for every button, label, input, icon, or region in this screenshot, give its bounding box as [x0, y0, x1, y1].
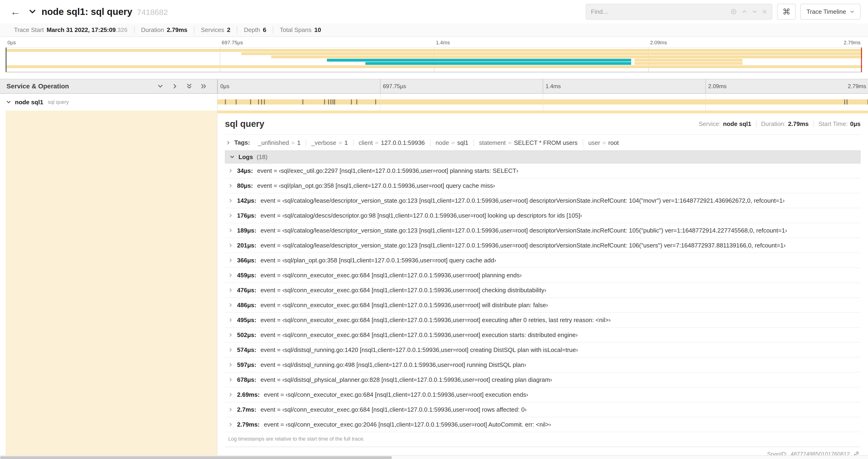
log-row[interactable]: 142μs: event = ‹sql/catalog/lease/descri…: [225, 193, 861, 208]
log-row[interactable]: 2.69ms: event = ‹sql/conn_executor_exec.…: [225, 387, 861, 402]
span-detail-header: sql query Service: node sql1 Duration: 2…: [225, 113, 861, 135]
summary-item-value: March 31 2022, 17:25:09.326: [46, 26, 128, 34]
log-row[interactable]: 176μs: event = ‹sql/catalog/descs/descri…: [225, 208, 861, 223]
log-row[interactable]: 502μs: event = ‹sql/conn_executor_exec.g…: [225, 328, 861, 342]
log-tick-mark: [375, 99, 376, 104]
summary-item-value: 6: [263, 26, 266, 34]
logs-section-toggle[interactable]: Logs (18): [225, 151, 861, 163]
log-message: event = ‹sql/conn_executor_exec.go:684 […: [260, 406, 527, 413]
chevron-down-icon: [229, 154, 235, 160]
horizontal-scrollbar-thumb[interactable]: [0, 456, 392, 459]
find-group: [586, 4, 772, 20]
span-row: node sql1 sql query: [0, 94, 868, 110]
log-row[interactable]: 486μs: event = ‹sql/conn_executor_exec.g…: [225, 298, 861, 313]
log-message: event = ‹sql/catalog/lease/descriptor_ve…: [260, 242, 785, 249]
log-row[interactable]: 2.7ms: event = ‹sql/conn_executor_exec.g…: [225, 402, 861, 417]
log-tick-mark: [236, 99, 237, 104]
log-tick-mark: [250, 99, 251, 104]
duration-label: Duration:: [761, 120, 786, 127]
summary-item-value: 10: [314, 26, 321, 34]
clear-find-icon[interactable]: [762, 9, 767, 14]
duration-value: 2.79ms: [788, 120, 808, 127]
tags-section-toggle[interactable]: Tags: _unfinished = 1 _verbose: [225, 135, 861, 151]
command-icon: ⌘: [782, 7, 790, 16]
collapse-span-icon[interactable]: [6, 100, 11, 105]
summary-item: Services 2: [194, 26, 237, 34]
log-row[interactable]: 678μs: event = ‹sql/distsql_physical_pla…: [225, 372, 861, 387]
collapse-all-icon[interactable]: [186, 83, 192, 89]
summary-item-label: Services: [201, 26, 224, 34]
summary-item-value: 2.79ms: [167, 26, 187, 34]
log-row[interactable]: 366μs: event = ‹sql/plan_opt.go:358 [nsq…: [225, 253, 861, 268]
log-row[interactable]: 476μs: event = ‹sql/conn_executor_exec.g…: [225, 283, 861, 298]
span-id-label: SpanID:: [767, 451, 787, 455]
log-row[interactable]: 201μs: event = ‹sql/catalog/lease/descri…: [225, 238, 861, 253]
expand-all-icon[interactable]: [201, 83, 207, 89]
start-time-value: 0μs: [850, 120, 861, 127]
summary-item-value: 2: [227, 26, 230, 34]
span-duration-bar[interactable]: [217, 99, 868, 104]
summary-item-label: Trace Start: [14, 26, 44, 34]
minimap-right-scrubber[interactable]: [861, 47, 862, 72]
collapse-trace-header-icon[interactable]: [29, 8, 36, 15]
keyboard-shortcuts-button[interactable]: ⌘: [777, 4, 796, 20]
tag-key: statement: [479, 139, 506, 146]
log-row[interactable]: 459μs: event = ‹sql/conn_executor_exec.g…: [225, 268, 861, 283]
focus-matches-icon[interactable]: [730, 8, 737, 15]
span-meta-duration: Duration: 2.79ms: [756, 120, 813, 127]
header-actions: ⌘ Trace Timeline: [586, 4, 861, 20]
title-wrap: node sql1: sql query 7418682: [41, 6, 168, 17]
service-label: Service:: [699, 120, 721, 127]
log-message: event = ‹sql/catalog/descs/descriptor.go…: [260, 212, 582, 219]
deep-link-icon[interactable]: [853, 451, 860, 455]
tag-value: SELECT * FROM users: [514, 139, 578, 146]
tag-key: node: [436, 139, 449, 146]
find-input[interactable]: [591, 8, 730, 15]
minimap-canvas[interactable]: [6, 47, 862, 72]
minimap-left-scrubber[interactable]: [6, 47, 6, 72]
log-tick-mark: [261, 99, 262, 104]
log-message: event = ‹sql/catalog/lease/descriptor_ve…: [260, 227, 787, 234]
timeline-minimap: 0μs697.75μs1.4ms2.09ms2.79ms: [0, 37, 868, 72]
minimap-span-bar: [327, 59, 631, 62]
prev-match-icon[interactable]: [742, 9, 747, 14]
log-row[interactable]: 495μs: event = ‹sql/conn_executor_exec.g…: [225, 313, 861, 328]
log-message: event = ‹sql/exec_util.go:2297 [nsql1,cl…: [257, 167, 518, 174]
span-row-name-cell[interactable]: node sql1 sql query: [0, 94, 217, 110]
trace-view-dropdown-label: Trace Timeline: [806, 8, 846, 15]
collapse-one-icon[interactable]: [157, 83, 163, 89]
log-tick-mark: [324, 99, 325, 104]
span-color-band: [6, 110, 217, 455]
log-row[interactable]: 2.79ms: event = ‹sql/conn_executor_exec.…: [225, 417, 861, 432]
log-row[interactable]: 80μs: event = ‹sql/plan_opt.go:358 [nsql…: [225, 178, 861, 193]
back-button[interactable]: ←: [7, 4, 23, 20]
log-row[interactable]: 597μs: event = ‹sql/distsql_running.go:4…: [225, 358, 861, 372]
minimap-span-bar: [365, 62, 631, 65]
service-value: node sql1: [723, 120, 751, 127]
log-row[interactable]: 34μs: event = ‹sql/exec_util.go:2297 [ns…: [225, 163, 861, 178]
log-tick-mark: [225, 99, 226, 104]
span-id-value: 4877749850101760812: [790, 451, 850, 455]
minimap-span-bar: [6, 65, 862, 68]
tag-key: user: [588, 139, 600, 146]
log-message: event = ‹sql/conn_executor_exec.go:684 […: [264, 391, 528, 398]
log-message: event = ‹sql/conn_executor_exec.go:684 […: [260, 302, 548, 309]
log-timestamp: 459μs:: [237, 272, 256, 279]
log-row[interactable]: 189μs: event = ‹sql/catalog/lease/descri…: [225, 223, 861, 238]
log-message: event = ‹sql/conn_executor_exec.go:684 […: [260, 272, 522, 279]
chevron-right-icon: [228, 348, 233, 352]
tag-equals: =: [291, 139, 295, 146]
minimap-tick-label: 2.09ms: [648, 40, 667, 46]
span-row-timeline-cell[interactable]: [217, 94, 868, 110]
logs-label: Logs: [239, 154, 253, 161]
trace-view-dropdown[interactable]: Trace Timeline: [800, 4, 861, 20]
trace-timeline-page: ← node sql1: sql query 7418682: [0, 0, 868, 459]
expand-one-icon[interactable]: [172, 83, 178, 89]
minimap-tick-label: 1.4ms: [434, 40, 450, 46]
page-header: ← node sql1: sql query 7418682: [0, 0, 868, 23]
log-tick-mark: [264, 99, 265, 104]
log-row[interactable]: 574μs: event = ‹sql/distsql_running.go:1…: [225, 342, 861, 358]
log-tick-mark: [258, 99, 259, 104]
next-match-icon[interactable]: [752, 9, 757, 14]
tag-value: 1: [344, 139, 348, 146]
